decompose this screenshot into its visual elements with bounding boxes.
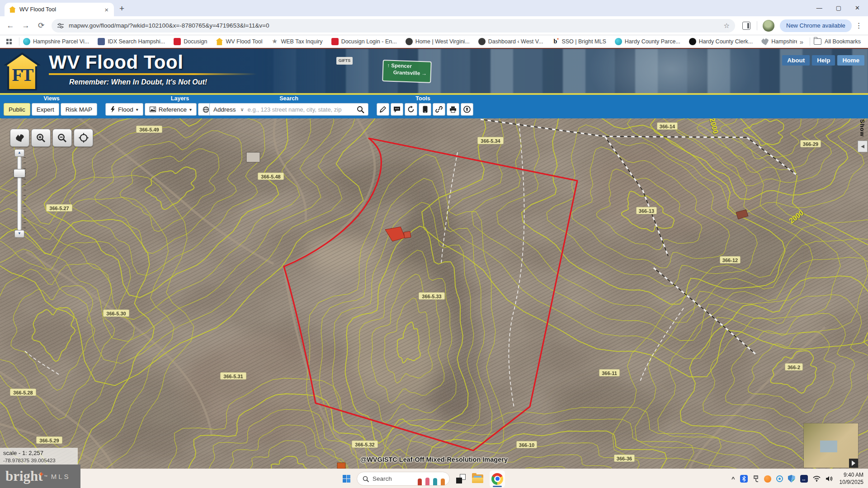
tray-chevron-up-icon[interactable]: ^: [731, 475, 735, 482]
svg-text:366-5.34: 366-5.34: [481, 138, 500, 144]
apps-grid-icon[interactable]: [6, 39, 12, 44]
volume-icon[interactable]: [826, 476, 833, 482]
parcel-id-label[interactable]: 366-5.32: [352, 441, 378, 448]
inset-toggle-arrow-icon[interactable]: [849, 459, 858, 468]
bookmark-item[interactable]: IDX Search Hampshi...: [98, 38, 165, 45]
mobile-tool-button[interactable]: [419, 103, 431, 116]
draw-tool-button[interactable]: [377, 103, 389, 116]
bookmark-item[interactable]: Docusign Login - En...: [331, 38, 397, 45]
bookmark-item[interactable]: SSO | Bright MLS: [552, 38, 606, 45]
reference-layers-dropdown[interactable]: Reference▾: [145, 103, 197, 116]
parcel-id-label[interactable]: 366-5.29: [36, 436, 62, 444]
side-panel-icon[interactable]: [742, 22, 750, 30]
browser-tab[interactable]: WV Flood Tool ×: [5, 3, 114, 16]
parcel-id-label[interactable]: 366-14: [657, 122, 678, 130]
chrome-update-pill[interactable]: New Chrome available: [780, 19, 852, 32]
slider-track[interactable]: [17, 156, 22, 230]
start-button[interactable]: [343, 475, 350, 483]
bookmark-item[interactable]: Hardy County Parce...: [615, 38, 680, 45]
forward-button[interactable]: →: [18, 21, 33, 30]
parcel-id-label[interactable]: 366-5.34: [477, 137, 504, 144]
address-type-dropdown[interactable]: Address: [213, 106, 236, 113]
parcel-id-label[interactable]: 366-11: [599, 369, 620, 376]
parcel-id-label[interactable]: 366-5.33: [419, 292, 445, 300]
address-search-input[interactable]: [247, 106, 357, 113]
slider-thumb[interactable]: [14, 169, 25, 178]
parcel-id-label[interactable]: 366-10: [516, 441, 537, 448]
search-icon[interactable]: [357, 106, 364, 113]
parcel-id-label[interactable]: 366-5.31: [220, 372, 246, 380]
profile-avatar[interactable]: [763, 20, 774, 32]
state-extent-button[interactable]: [10, 129, 29, 147]
file-explorer-button[interactable]: [472, 474, 483, 483]
clock[interactable]: 9:40 AM 10/9/2025: [840, 472, 863, 486]
parcel-id-label[interactable]: 366-5.30: [103, 310, 129, 317]
new-tab-button[interactable]: +: [119, 4, 124, 14]
view-riskmap-button[interactable]: Risk MAP: [61, 103, 97, 116]
panel-collapse-button[interactable]: ◀: [858, 141, 868, 152]
bluetooth-icon[interactable]: [740, 475, 748, 483]
zoom-out-button[interactable]: [52, 129, 72, 147]
parcel-id-label[interactable]: 366-2: [785, 363, 803, 371]
avast-icon[interactable]: [764, 475, 771, 483]
app-logo[interactable]: FT: [4, 52, 41, 90]
address-search-bar: Address ∨: [209, 103, 368, 116]
bookmark-star-icon[interactable]: ☆: [724, 22, 730, 30]
parcel-id-label[interactable]: 366-13: [636, 207, 657, 214]
tab-close-icon[interactable]: ×: [104, 6, 109, 14]
parcel-id-label[interactable]: 366-12: [720, 256, 741, 263]
teamviewer-icon[interactable]: ↔: [800, 475, 808, 483]
map-viewport[interactable]: 20002000366-5.49366-5.34366-14366-29366-…: [0, 118, 868, 469]
slider-down-button[interactable]: ▼: [14, 230, 24, 238]
parcel-id-label[interactable]: 366-5.49: [136, 126, 162, 133]
bookmark-item[interactable]: Docusign: [174, 38, 207, 45]
bookmark-item[interactable]: WEB Tax Inquiry: [271, 38, 322, 45]
parcel-id-label[interactable]: 366-29: [800, 140, 821, 147]
site-info-icon[interactable]: [57, 22, 64, 29]
locate-tool-button[interactable]: [461, 103, 473, 116]
bookmarks-overflow-icon[interactable]: »: [800, 38, 803, 46]
all-bookmarks-button[interactable]: All Bookmarks: [814, 38, 861, 45]
close-button[interactable]: ✕: [855, 5, 860, 11]
minimize-button[interactable]: —: [816, 5, 822, 11]
maximize-button[interactable]: ▢: [836, 5, 841, 11]
parcel-id-label[interactable]: 366-5.28: [10, 389, 36, 396]
bookmark-item[interactable]: WV Flood Tool: [216, 38, 262, 45]
slider-up-button[interactable]: ▲: [14, 149, 24, 157]
about-button[interactable]: About: [782, 55, 810, 66]
link-tool-button[interactable]: [433, 103, 445, 116]
wifi-icon[interactable]: [813, 476, 821, 482]
map-canvas[interactable]: 20002000366-5.49366-5.34366-14366-29366-…: [0, 118, 868, 469]
usb-device-icon[interactable]: [753, 475, 759, 483]
chevron-down-icon[interactable]: ∨: [241, 107, 244, 113]
print-tool-button[interactable]: [447, 103, 459, 116]
task-view-button[interactable]: [456, 474, 466, 483]
reload-button[interactable]: ⟳: [33, 21, 49, 30]
bookmark-item[interactable]: Hampshire County...: [761, 38, 797, 45]
parcel-id-label[interactable]: 366-5.27: [46, 204, 72, 211]
zoom-in-button[interactable]: [31, 129, 51, 147]
parcel-id-label[interactable]: 366-5.48: [258, 173, 284, 180]
bookmark-item[interactable]: Dashboard ‹ West V...: [478, 38, 543, 45]
comment-tool-button[interactable]: [391, 103, 403, 116]
full-extent-button[interactable]: [74, 129, 93, 147]
taskbar-search[interactable]: Search: [357, 472, 450, 486]
help-button[interactable]: Help: [812, 55, 835, 66]
bookmark-label: Hampshire Parcel Vi...: [33, 38, 89, 45]
windows-security-icon[interactable]: ✓: [788, 475, 795, 483]
flood-layers-dropdown[interactable]: Flood▾: [105, 103, 143, 116]
refresh-tool-button[interactable]: [405, 103, 417, 116]
bookmark-item[interactable]: Hampshire Parcel Vi...: [23, 38, 89, 45]
overview-inset-map[interactable]: [804, 423, 858, 468]
browser-menu-icon[interactable]: ⋮: [855, 21, 863, 30]
url-bar[interactable]: mapwv.gov/flood/map/?wkid=102100&x=-8780…: [52, 19, 735, 33]
comment-icon: [393, 106, 401, 113]
target-ring-icon[interactable]: [776, 475, 783, 482]
view-expert-button[interactable]: Expert: [32, 103, 59, 116]
chrome-taskbar-button[interactable]: [490, 470, 505, 488]
bookmark-item[interactable]: Home | West Virgini...: [406, 38, 470, 45]
back-button[interactable]: ←: [3, 21, 18, 30]
home-button[interactable]: Home: [837, 55, 864, 66]
bookmark-item[interactable]: Hardy County Clerk...: [689, 38, 753, 45]
view-public-button[interactable]: Public: [4, 103, 30, 116]
